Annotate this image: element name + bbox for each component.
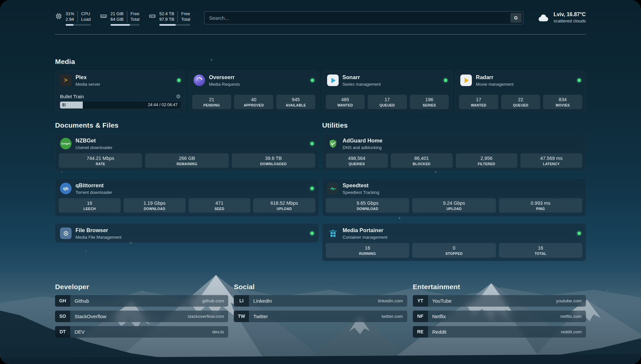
service-card-sonarr[interactable]: Sonarr Series management 485 WANTED 17 Q…: [322, 70, 453, 113]
service-description: Movie management: [476, 82, 513, 87]
bookmark-url: youtube.com: [556, 298, 582, 303]
bookmark-github[interactable]: GH Github github.com: [55, 295, 228, 307]
service-description: Speedtest Tracking: [343, 190, 379, 195]
stat-filtered: 2,956 FILTERED: [456, 153, 518, 168]
bookmark-netflix[interactable]: NF Netflix netflix.com: [413, 311, 586, 322]
playback-progress-bar[interactable]: 24:44 / 02:06:47: [60, 102, 181, 108]
stat-stopped: 0 STOPPED: [412, 243, 496, 258]
service-name: Radarr: [476, 74, 513, 81]
bookmark-abbr: DT: [55, 326, 70, 338]
portainer-icon: [327, 228, 339, 239]
resource-widgets: 31% 2.94 CPU Load: [55, 11, 190, 26]
documents-section-title: Documents & Files: [55, 121, 319, 129]
weather-condition: scattered clouds: [554, 18, 586, 24]
topbar-divider: [55, 34, 586, 35]
status-dot: [310, 142, 314, 145]
radarr-icon: [460, 75, 472, 86]
cpu-progress-bar: [66, 24, 91, 26]
search-bar: G: [204, 11, 523, 24]
section-media: Media > Plex Media server Bullet Tr: [55, 58, 586, 113]
search-input[interactable]: [204, 11, 523, 24]
gear-icon[interactable]: ⚙: [176, 94, 180, 99]
weather-location: Lviv, 16.87°C: [554, 11, 586, 18]
stat-queries: 498,564 QUERIES: [326, 153, 388, 168]
section-utilities: Utilities: [322, 121, 586, 261]
bookmark-abbr: RE: [413, 326, 428, 338]
pause-icon[interactable]: [63, 103, 65, 106]
memory-free-label: Free: [131, 11, 139, 17]
playback-time: 24:44 / 02:06:47: [148, 103, 180, 107]
bookmark-name: Reddit: [432, 329, 446, 335]
memory-total-value: 64 GiB: [110, 17, 124, 22]
service-card-radarr[interactable]: Radarr Movie management 17 WANTED 22 QUE…: [455, 70, 586, 113]
stat-download: 9.65 Gbps DOWNLOAD: [326, 198, 409, 213]
filebrowser-icon: [60, 228, 72, 239]
bookmark-abbr: SO: [55, 311, 70, 322]
bookmark-twitter[interactable]: TW Twitter twitter.com: [234, 311, 407, 322]
memory-progress-fill: [110, 24, 130, 26]
disk-progress-fill: [159, 24, 176, 26]
service-description: Series management: [343, 82, 381, 87]
disk-widget: 52.4 TB 97.9 TB Free Total: [149, 11, 190, 26]
bookmark-name: YouTube: [432, 298, 452, 304]
bookmark-name: LinkedIn: [253, 298, 272, 304]
service-name: Sonarr: [343, 74, 381, 81]
disk-progress-bar: [159, 24, 190, 26]
bookmark-stackoverflow[interactable]: SO StackOverflow stackoverflow.com: [55, 311, 228, 322]
bookmark-abbr: YT: [413, 295, 428, 307]
bookmark-dev[interactable]: DT DEV dev.to: [55, 326, 228, 338]
service-card-plex[interactable]: > Plex Media server Bullet Train ⚙: [55, 70, 186, 113]
weather-widget[interactable]: Lviv, 16.87°C scattered clouds: [537, 11, 586, 24]
stat-wanted: 17 WANTED: [459, 95, 498, 109]
service-card-speedtest[interactable]: Speedtest Speedtest Tracking 9.65 Gbps D…: [322, 178, 586, 216]
speedtest-icon: [327, 183, 339, 194]
bookmark-group-entertainment: Entertainment YT YouTube youtube.com NF …: [413, 283, 586, 338]
bookmark-name: Github: [75, 298, 89, 304]
stat-rate: 744.21 Mbps RATE: [59, 153, 142, 168]
stat-upload: 9.24 Gbps UPLOAD: [412, 198, 496, 213]
service-card-overseerr[interactable]: Overseerr Media Requests 21 PENDING 40 A…: [189, 70, 319, 113]
bookmark-url: github.com: [202, 298, 224, 303]
stat-approved: 40 APPROVED: [234, 95, 273, 109]
sonarr-icon: [327, 75, 339, 86]
stat-upload: 618.52 Mbps UPLOAD: [253, 198, 315, 213]
service-card-portainer[interactable]: Media Portainer Container management 16 …: [322, 223, 586, 261]
bookmark-name: Netflix: [432, 314, 446, 319]
stat-queued: 22 QUEUED: [501, 95, 540, 109]
stat-movies: 834 MOVIES: [543, 95, 582, 109]
bookmark-youtube[interactable]: YT YouTube youtube.com: [413, 295, 586, 307]
bookmark-reddit[interactable]: RE Reddit reddit.com: [413, 326, 586, 338]
service-name: Overseerr: [209, 74, 240, 81]
search-provider-button[interactable]: G: [510, 13, 522, 23]
bookmark-abbr: NF: [413, 311, 428, 322]
stat-available: 945 AVAILABLE: [276, 95, 316, 109]
disk-free-label: Free: [181, 11, 190, 17]
bookmark-linkedin[interactable]: LI LinkedIn linkedin.com: [234, 295, 407, 307]
utilities-section-title: Utilities: [322, 121, 586, 129]
stat-ping: 0.993 ms PING: [499, 198, 582, 213]
service-name: Media Portainer: [343, 227, 387, 234]
cloud-icon: [537, 13, 550, 22]
service-name: NZBGet: [76, 137, 112, 144]
media-cards: > Plex Media server Bullet Train ⚙: [55, 70, 586, 113]
qbittorrent-icon: qb: [60, 183, 72, 194]
status-dot: [311, 78, 314, 82]
status-dot: [577, 231, 581, 235]
service-card-filebrowser[interactable]: File Browser Media File Management: [55, 223, 319, 243]
status-dot: [310, 187, 314, 190]
bookmark-url: linkedin.com: [378, 298, 403, 303]
service-card-nzbget[interactable]: nzbget NZBGet Usenet downloader 744.21 M…: [55, 134, 319, 171]
stat-blocked: 86,401 BLOCKED: [391, 153, 453, 168]
service-card-adguard[interactable]: AdGuard Home DNS and adblocking 498,564 …: [322, 134, 586, 171]
stat-total: 16 TOTAL: [499, 243, 582, 258]
disk-total-label: Total: [181, 17, 190, 22]
service-card-qbittorrent[interactable]: qb qBittorrent Torrent downloader 16 LEE…: [55, 178, 319, 216]
bookmark-abbr: GH: [55, 295, 70, 307]
cpu-progress-fill: [66, 24, 74, 26]
adguard-icon: [327, 138, 339, 149]
top-bar: 31% 2.94 CPU Load: [55, 11, 586, 26]
cpu-usage-label: CPU: [81, 11, 91, 17]
service-name: AdGuard Home: [343, 137, 382, 144]
memory-widget: 21 GiB 64 GiB Free Total: [100, 11, 139, 26]
bookmark-abbr: TW: [234, 311, 249, 322]
